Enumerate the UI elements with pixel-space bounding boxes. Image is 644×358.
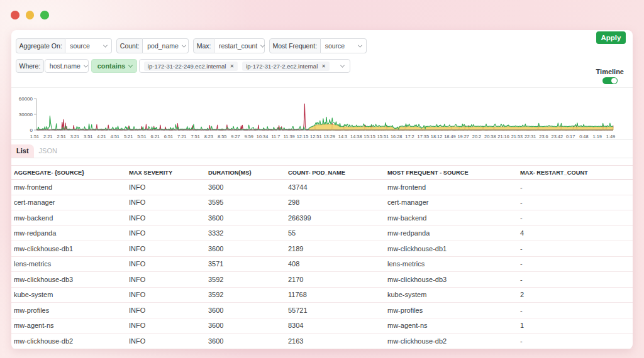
x-tick-label: 6:21 — [151, 134, 160, 139]
table-row[interactable]: mw-redpandaINFO333255mw-redpanda4 — [11, 225, 633, 241]
table-cell: mw-clickhouse-db1 — [11, 241, 126, 257]
column-header[interactable]: MAX SEVERITY — [126, 166, 206, 180]
column-header[interactable]: AGGREGATE- {SOURCE} — [11, 166, 126, 180]
aggregate-on-select[interactable]: source — [65, 38, 112, 53]
column-header[interactable]: MAX- RESTART_COUNT — [518, 166, 633, 180]
results-table: AGGREGATE- {SOURCE}MAX SEVERITYDURATION(… — [11, 165, 633, 349]
table-row[interactable]: mw-profilesINFO360055721mw-profiles- — [11, 303, 633, 318]
x-tick-label: 4:21 — [97, 134, 106, 139]
table-cell: 3600 — [206, 318, 286, 334]
maximize-button[interactable] — [40, 11, 49, 19]
x-tick-label: 10:34 — [257, 134, 269, 139]
x-tick-label: 14:3 — [338, 134, 347, 139]
table-row[interactable]: kube-systemINFO359211768kube-system2 — [11, 287, 633, 303]
table-cell: 408 — [286, 256, 385, 272]
x-tick-label: 14:38 — [350, 134, 362, 139]
x-tick-label: 1:19 — [593, 134, 602, 139]
remove-value-icon[interactable]: ✕ — [230, 63, 234, 69]
view-tabs: List JSON — [11, 140, 633, 158]
table-cell: 2 — [518, 287, 633, 303]
table-cell: mw-profiles — [385, 303, 518, 318]
where-operator-select[interactable]: contains — [91, 59, 137, 73]
table-cell: - — [518, 303, 633, 318]
tab-list[interactable]: List — [11, 144, 34, 158]
table-cell: 3600 — [206, 210, 286, 226]
where-row: Where: host.name contains ip-172-31-22-2… — [16, 59, 350, 73]
x-tick-label: 0:48 — [579, 134, 588, 139]
x-tick-label: 11:39 — [284, 134, 295, 139]
aggregate-on-label: Aggregate On: — [16, 38, 65, 53]
remove-value-icon[interactable]: ✕ — [321, 63, 326, 69]
x-tick-label: 18:49 — [444, 134, 456, 139]
table-row[interactable]: mw-backendINFO3600266399mw-backend- — [11, 210, 633, 226]
x-tick-label: 11:7 — [271, 134, 280, 139]
table-cell: INFO — [126, 287, 206, 303]
where-field-value: host.name — [50, 62, 80, 70]
table-cell: mw-backend — [11, 210, 126, 226]
timeline-chart[interactable]: 030000600001:512:212:513:213:514:214:515… — [11, 90, 633, 139]
x-tick-label: 2:51 — [57, 134, 65, 139]
tab-json[interactable]: JSON — [34, 144, 62, 158]
timeline-toggle[interactable] — [602, 77, 618, 84]
x-tick-label: 8:23 — [204, 134, 213, 139]
where-label: Where: — [16, 59, 44, 73]
chip-text: ip-172-31-27-2.ec2.internal — [246, 63, 318, 70]
table-cell: mw-redpanda — [385, 225, 518, 241]
x-tick-label: 21:53 — [511, 134, 523, 139]
y-tick-label: 30000 — [19, 112, 33, 117]
table-row[interactable]: mw-frontendINFO360043744mw-frontend- — [11, 180, 633, 195]
table-cell: 1 — [518, 318, 633, 334]
table-cell: INFO — [126, 180, 206, 195]
app-window: Aggregate On: source Count: pod_name Max… — [11, 30, 633, 349]
column-header[interactable]: DURATION(MS) — [206, 166, 286, 180]
table-cell: - — [518, 195, 633, 210]
table-cell: INFO — [126, 210, 206, 226]
chevron-down-icon — [103, 43, 108, 47]
x-tick-label: 7:51 — [191, 134, 199, 139]
window-controls — [11, 11, 49, 19]
table-row[interactable]: mw-clickhouse-db1INFO36002189mw-clickhou… — [11, 241, 633, 257]
table-row[interactable]: cert-managerINFO3595298cert-manager- — [11, 195, 633, 210]
y-tick-label: 60000 — [19, 96, 33, 102]
x-tick-label: 9:27 — [231, 134, 240, 139]
table-row[interactable]: mw-clickhouse-db3INFO35922170mw-clickhou… — [11, 272, 633, 288]
table-cell: 3332 — [206, 225, 286, 241]
column-header[interactable]: MOST FREQUENT - SOURCE — [385, 166, 518, 180]
count-select[interactable]: pod_name — [143, 38, 189, 53]
table-cell: 55721 — [286, 303, 385, 318]
table-cell: cert-manager — [11, 195, 126, 210]
table-cell: mw-frontend — [11, 180, 126, 195]
timeline-label: Timeline — [596, 68, 624, 75]
table-header-row: AGGREGATE- {SOURCE}MAX SEVERITYDURATION(… — [11, 166, 633, 180]
x-tick-label: 0:17 — [566, 134, 575, 139]
table-cell: lens-metrics — [11, 256, 126, 272]
table-row[interactable]: lens-metricsINFO3571408lens-metrics- — [11, 256, 633, 272]
table-cell: 266399 — [286, 210, 385, 226]
close-button[interactable] — [11, 11, 19, 19]
x-tick-label: 12:15 — [297, 134, 309, 139]
most-frequent-select[interactable]: source — [321, 38, 367, 53]
table-cell: 3592 — [206, 272, 286, 288]
table-row[interactable]: mw-clickhouse-db2INFO36002163mw-clickhou… — [11, 334, 633, 349]
table-body: mw-frontendINFO360043744mw-frontend-cert… — [11, 180, 633, 349]
table-row[interactable]: mw-agent-nsINFO36008304mw-agent-ns1 — [11, 318, 633, 334]
chevron-down-icon — [84, 63, 88, 67]
filter-value-chip: ip-172-31-27-2.ec2.internal✕ — [242, 62, 330, 71]
max-select[interactable]: restart_count — [214, 38, 265, 53]
table-cell: - — [518, 180, 633, 195]
x-tick-label: 12:51 — [310, 134, 322, 139]
table-cell: 2163 — [286, 334, 385, 349]
max-value: restart_count — [219, 42, 257, 50]
column-header[interactable]: COUNT- POD_NAME — [286, 166, 385, 180]
aggregation-row: Aggregate On: source Count: pod_name Max… — [16, 38, 367, 53]
apply-button[interactable]: Apply — [596, 31, 626, 44]
where-operator-value: contains — [97, 62, 125, 70]
chip-text: ip-172-31-22-249.ec2.internal — [148, 63, 226, 70]
where-values-multiselect[interactable]: ip-172-31-22-249.ec2.internal✕ ip-172-31… — [139, 59, 350, 73]
table-cell: mw-clickhouse-db2 — [385, 334, 518, 349]
x-tick-label: 19:27 — [457, 134, 469, 139]
table-cell: INFO — [126, 318, 206, 334]
minimize-button[interactable] — [26, 11, 35, 19]
where-field-select[interactable]: host.name — [45, 59, 89, 73]
timeline-chart-section: 030000600001:512:212:513:213:514:214:515… — [11, 88, 633, 140]
